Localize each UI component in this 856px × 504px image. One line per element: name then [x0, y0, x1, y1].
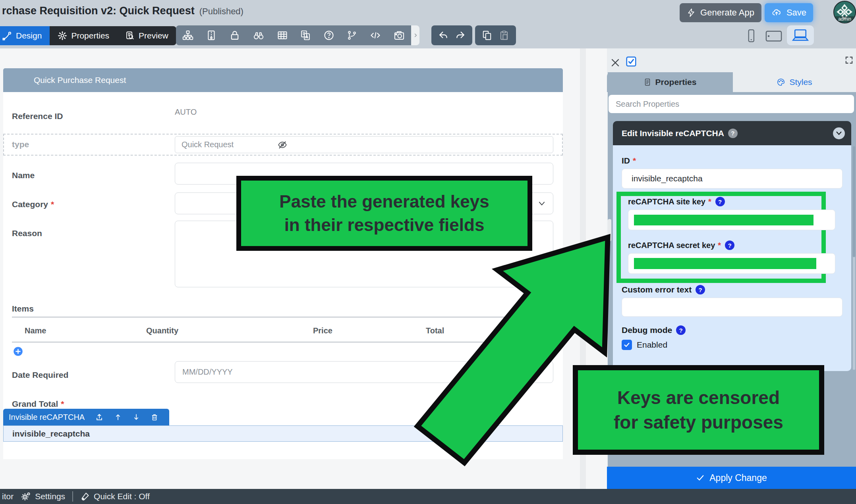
search-properties-input[interactable]	[609, 95, 854, 113]
type-field-label: type	[12, 140, 29, 149]
id-field-label: ID*	[622, 156, 636, 165]
published-badge: (Published)	[199, 6, 243, 16]
expand-panel-icon[interactable]	[844, 56, 854, 65]
tablet-preview-icon[interactable]	[765, 30, 783, 42]
apply-change-button[interactable]: Apply Change	[607, 467, 856, 489]
check-icon	[624, 342, 630, 348]
splitter-handle[interactable]	[578, 257, 587, 283]
quick-edit-menu-item[interactable]: Quick Edit : Off	[80, 492, 150, 501]
secret-key-label: reCAPTCHA secret key*?	[628, 240, 734, 250]
save-button[interactable]: Save	[765, 3, 813, 22]
binoculars-icon[interactable]	[253, 30, 265, 41]
user-avatar[interactable]: admin	[833, 1, 856, 23]
section-title: Edit Invisible reCAPTCHA	[622, 129, 724, 138]
lock-icon[interactable]	[229, 30, 240, 41]
secret-key-help-icon[interactable]: ?	[725, 240, 734, 250]
custom-error-label: Custom error text?	[622, 285, 705, 294]
selected-element-id: invisible_recaptcha	[12, 429, 90, 439]
delete-element-icon[interactable]	[151, 412, 158, 422]
element-toolbar	[176, 25, 411, 45]
collapse-section-button[interactable]	[833, 127, 845, 139]
monitor-menu-item[interactable]: itor	[2, 492, 14, 501]
required-asterisk: *	[61, 399, 64, 408]
items-col-price: Price	[313, 326, 332, 335]
move-out-icon[interactable]	[95, 412, 104, 422]
camera-icon[interactable]	[394, 30, 405, 41]
items-col-quantity: Quantity	[146, 326, 178, 335]
copy-icon[interactable]	[482, 30, 492, 40]
eye-slash-icon	[276, 140, 288, 150]
generate-app-button[interactable]: Generate App	[680, 3, 761, 22]
site-key-label: reCAPTCHA site key*?	[628, 197, 725, 206]
cloud-upload-icon	[771, 8, 782, 17]
app-title-text: rchase Requisition v2: Quick Request	[2, 5, 195, 17]
move-down-icon[interactable]	[132, 412, 140, 422]
chevron-right-icon	[413, 33, 418, 38]
add-item-button[interactable]	[13, 346, 23, 357]
site-key-censor-bar	[634, 215, 813, 225]
enabled-checkbox-row: Enabled	[622, 340, 667, 350]
multi-select-checkbox-icon[interactable]	[625, 56, 637, 67]
secret-key-censor-bar	[634, 258, 816, 269]
items-divider-bottom	[12, 342, 553, 342]
tab-preview[interactable]: Preview	[117, 26, 176, 45]
reason-field-label: Reason	[12, 229, 42, 238]
translate-icon[interactable]	[300, 30, 311, 41]
redo-icon[interactable]	[455, 30, 466, 40]
section-help-icon[interactable]: ?	[728, 129, 738, 138]
site-key-help-icon[interactable]: ?	[715, 197, 725, 206]
help-circle-icon[interactable]	[323, 30, 334, 41]
tab-design[interactable]: Design	[0, 26, 50, 45]
date-required-input[interactable]	[175, 361, 553, 383]
items-divider-top	[12, 317, 553, 317]
custom-error-input[interactable]	[622, 298, 842, 317]
grand-total-label: Grand Total*	[12, 399, 64, 409]
custom-error-help-icon[interactable]: ?	[696, 285, 705, 294]
category-field-label: Category*	[12, 200, 54, 209]
settings-menu-item[interactable]: Settings	[21, 491, 65, 502]
chevron-down-icon	[538, 200, 546, 207]
property-section-header[interactable]: Edit Invisible reCAPTCHA ?	[613, 121, 851, 145]
id-field-input[interactable]	[622, 169, 842, 189]
items-section-label: Items	[12, 304, 34, 314]
lightning-icon	[687, 8, 696, 18]
desktop-preview-button[interactable]	[787, 25, 814, 45]
panel-scrollbar-thumb[interactable]	[853, 146, 855, 257]
view-tab-group: Design Properties Preview	[0, 26, 176, 45]
form-title-bar: Quick Purchase Request	[3, 68, 563, 92]
debug-mode-label: Debug mode?	[622, 325, 686, 335]
document-icon	[643, 78, 651, 87]
type-field-input[interactable]	[175, 136, 553, 153]
bottom-status-bar: itor Settings Quick Edit : Off	[0, 489, 856, 504]
move-up-icon[interactable]	[114, 412, 122, 422]
annotation-paste-keys: Paste the generated keys in their respec…	[236, 176, 532, 251]
items-col-name: Name	[25, 326, 46, 335]
canvas-scrollbar-thumb[interactable]	[608, 219, 611, 241]
selected-element-type: Invisible reCAPTCHA	[9, 413, 85, 422]
items-col-total: Total	[426, 326, 444, 335]
table-grid-icon[interactable]	[277, 30, 288, 41]
branch-icon[interactable]	[347, 30, 357, 41]
laptop-preview-icon	[792, 28, 809, 42]
toolbar-more-chevron[interactable]	[411, 25, 419, 45]
tab-properties-view[interactable]: Properties	[50, 26, 117, 45]
debug-mode-help-icon[interactable]: ?	[676, 325, 686, 335]
selected-element-row[interactable]: invisible_recaptcha	[3, 425, 563, 442]
enabled-checkbox[interactable]	[622, 340, 632, 350]
name-field-label: Name	[12, 171, 35, 180]
paste-icon[interactable]	[499, 30, 509, 40]
form-title: Quick Purchase Request	[34, 75, 126, 85]
date-required-label: Date Required	[12, 370, 68, 380]
mobile-preview-icon[interactable]	[745, 29, 757, 43]
code-icon[interactable]	[369, 30, 381, 41]
enabled-checkbox-label: Enabled	[637, 340, 667, 350]
close-panel-icon[interactable]	[611, 58, 620, 67]
sitemap-icon[interactable]	[182, 30, 193, 41]
undo-icon[interactable]	[438, 30, 449, 40]
panel-tab-properties[interactable]: Properties	[607, 72, 733, 92]
settings-gears-icon	[21, 491, 31, 502]
form-structure-icon[interactable]	[206, 30, 217, 41]
reference-id-value: AUTO	[175, 108, 197, 117]
panel-tab-styles[interactable]: Styles	[733, 72, 856, 92]
palette-icon	[777, 78, 785, 87]
